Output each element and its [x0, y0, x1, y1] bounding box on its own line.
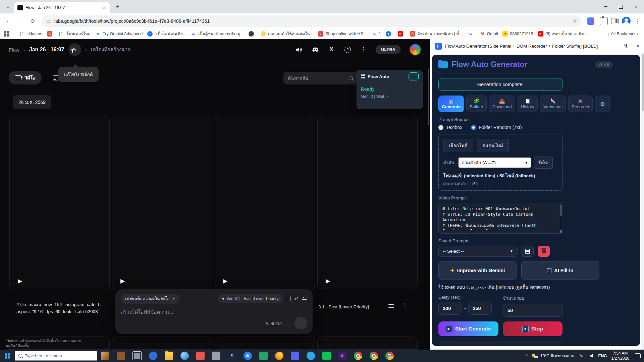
bookmark-item[interactable]: ∞ [465, 30, 477, 38]
improve-with-gemini-button[interactable]: ✦ Improve with Gemini [438, 261, 517, 280]
bookmark-item[interactable]: ✦ Try Gemini Advanced [93, 30, 145, 38]
bookmark-item[interactable]: Y 0850271919 [500, 30, 536, 38]
start-generate-button[interactable]: ▶ Start Generate [438, 321, 498, 336]
start-button[interactable] [0, 350, 15, 362]
expand-button[interactable]: ✎ ขยาย [265, 320, 282, 327]
video-card-partial[interactable] [215, 337, 315, 350]
discord-icon[interactable] [312, 46, 319, 53]
bookmark-item[interactable]: S [45, 30, 57, 38]
photos-app-icon[interactable] [196, 352, 205, 360]
pinned-app-icon[interactable] [101, 352, 109, 360]
video-card-partial[interactable] [112, 337, 212, 350]
clip-search-input[interactable]: ค้นหาคลิป [283, 72, 357, 84]
bookmark-item[interactable]: ▶ [395, 30, 408, 38]
scrollbar-thumb[interactable] [428, 68, 429, 125]
panel-tab[interactable]: 📼 Recorder [568, 96, 593, 112]
telegram-icon[interactable] [307, 352, 315, 360]
play-icon[interactable]: ▶ [18, 278, 22, 285]
speaker-tray-icon[interactable] [589, 353, 594, 359]
breadcrumb-root[interactable]: Flow [9, 47, 19, 53]
radio-folder-random[interactable]: Folder Random (.txt) [471, 125, 522, 130]
video-card[interactable]: ▶ [112, 115, 212, 290]
x-twitter-icon[interactable]: X [328, 46, 335, 53]
video-card-partial[interactable] [317, 337, 418, 350]
camera-app-icon[interactable] [212, 352, 220, 360]
weather-widget[interactable]: 19°C มีเมฆบางส่วน [532, 353, 574, 359]
bookmark-item[interactable]: โฟลเดอร์ใหม่ [57, 29, 93, 38]
rounds-input[interactable]: 50 [503, 304, 563, 317]
send-button[interactable]: → [294, 317, 307, 329]
bookmark-item[interactable]: S จักรบ้าน ราคาพิเศษ | ขั้... [408, 29, 465, 38]
ai-fillin-button[interactable]: AI Fill-in [521, 261, 600, 280]
browser-tab[interactable]: Flow - Jan 26 - 16:07 × [14, 2, 110, 13]
maps-app-icon[interactable] [244, 352, 252, 360]
settings-gear-button[interactable]: ⚙ [595, 96, 610, 112]
resize-handle[interactable] [560, 230, 562, 233]
rescan-button[interactable]: สแกนใหม่ [477, 139, 509, 152]
tray-expand-icon[interactable]: ^ [526, 353, 528, 358]
more-options-icon[interactable]: ⋮ [402, 302, 408, 308]
widget-minimize-button[interactable]: — [409, 72, 419, 80]
profile-avatar[interactable] [622, 17, 631, 25]
firefox-icon[interactable] [275, 352, 283, 360]
breadcrumb-tool[interactable]: เครื่องมือสร้างฉาก [91, 46, 131, 54]
video-card[interactable]: ▶ [9, 115, 110, 290]
bookmark-item[interactable]: ▶ (5) เพลงเด็ก พ่อเจ นิทา... [536, 29, 593, 38]
bookmark-item[interactable]: ∞ เป็นผู้ชนะด้วยการประมู... [189, 29, 246, 38]
panel-scrollbar[interactable] [641, 53, 644, 350]
window-maximize-button[interactable] [613, 0, 629, 13]
settings-sliders-icon[interactable] [302, 296, 307, 301]
discord-app-icon[interactable] [291, 352, 299, 360]
site-settings-icon[interactable] [46, 19, 51, 23]
photoshop-icon[interactable]: A [338, 352, 346, 360]
pen-tray-icon[interactable]: ✎ [579, 353, 584, 359]
panel-tab[interactable]: 📥 Download [489, 96, 515, 112]
forward-button[interactable]: → [15, 16, 26, 26]
delete-prompt-button[interactable] [538, 246, 550, 257]
textarea-scrollbar[interactable] [560, 204, 562, 232]
account-avatar[interactable] [409, 44, 421, 56]
panel-tab[interactable]: 📋 History [518, 96, 538, 112]
chrome-icon[interactable] [370, 352, 378, 360]
apps-grid-icon[interactable] [4, 31, 9, 37]
delay-min-input[interactable]: 200 [438, 302, 462, 315]
line-app-icon[interactable] [322, 352, 331, 360]
saved-prompts-select[interactable]: -- Select -- ▼ [438, 246, 518, 257]
bookmark-item[interactable]: iMacros [18, 30, 45, 38]
order-select[interactable]: ตามลำดับ (A→Z) ▼ [459, 158, 531, 168]
edit-project-button[interactable]: ✎ [68, 43, 81, 56]
chrome-icon[interactable] [354, 352, 362, 360]
bookmark-item[interactable]: M Gmail [477, 30, 500, 38]
pinned-app-icon[interactable] [117, 352, 125, 360]
breadcrumb-project-name[interactable]: Jan 26 - 16:07 [29, 47, 64, 53]
file-explorer-icon[interactable] [165, 352, 173, 360]
prompt-input[interactable]: สร้างวิดีโอที่มีข้อความ... [121, 308, 307, 316]
window-close-button[interactable]: × [629, 0, 644, 13]
help-icon[interactable]: ? [344, 46, 351, 53]
panel-tab[interactable]: 🍬 Variations [540, 96, 566, 112]
tab-video[interactable]: วิดีโอ [9, 71, 42, 84]
language-indicator[interactable]: ENG [598, 354, 607, 358]
sheets-app-icon[interactable] [259, 352, 268, 360]
unpin-icon[interactable] [624, 44, 629, 49]
new-tab-button[interactable]: + [113, 3, 122, 10]
bookmark-item[interactable]: f "เบื่อไลฟ์คนเดีย... [145, 29, 189, 38]
prompt-mode-select[interactable]: เปลี่ยนข้อความเป็นวิดีโอ ▼ [121, 294, 179, 304]
play-icon[interactable]: ▶ [223, 278, 227, 285]
window-minimize-button[interactable] [598, 0, 613, 13]
task-view-icon[interactable] [132, 351, 142, 360]
app-icon-blue[interactable] [149, 352, 157, 360]
extensions-puzzle-icon[interactable] [600, 17, 608, 25]
choose-file-button[interactable]: เลือกไฟล์ [443, 139, 473, 152]
radio-textbox[interactable]: Textbox [438, 125, 462, 130]
steam-app-icon[interactable]: S [228, 352, 236, 360]
bookmark-item[interactable]: f [383, 30, 395, 38]
address-bar[interactable]: labs.google/fx/th/tools/flow/project/8a6… [42, 15, 582, 27]
taskbar-search[interactable]: Type here to search [15, 351, 97, 361]
edge-browser-icon[interactable] [180, 352, 189, 360]
bookmark-star-icon[interactable]: ☆ [573, 18, 577, 24]
imacros-extension-icon[interactable] [587, 17, 594, 25]
browser-menu-icon[interactable]: ⋮ [634, 18, 641, 24]
video-card[interactable]: ▶ [215, 115, 315, 290]
delay-max-input[interactable]: 250 [468, 302, 492, 315]
